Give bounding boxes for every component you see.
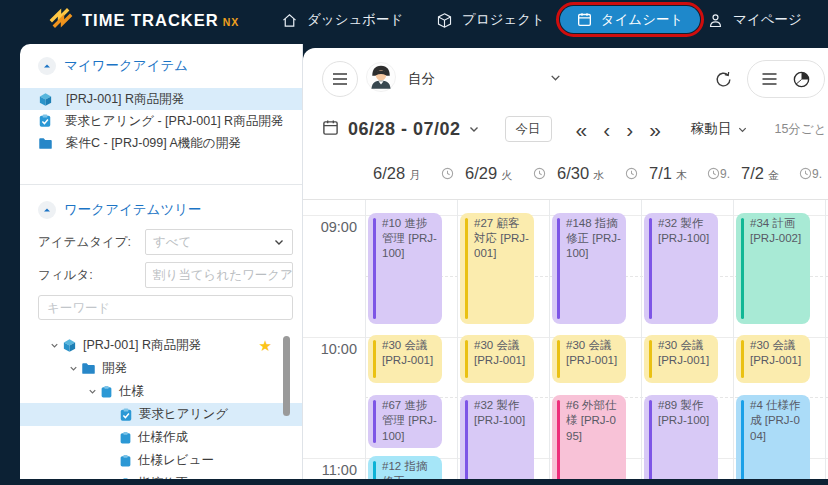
timesheet-panel: 自分 [303, 48, 828, 479]
item-type-label: アイテムタイプ: [38, 234, 145, 251]
calendar-event[interactable]: #30 会議 [PRJ-001] [644, 335, 718, 384]
tree-item[interactable]: 開発 [20, 357, 302, 380]
sidebar: マイワークアイテム [PRJ-001] R商品開発要求ヒアリング - [PRJ-… [20, 44, 303, 479]
calendar-event[interactable]: #27 顧客対応 [PRJ-001] [460, 213, 534, 324]
calendar-event[interactable]: #30 会議 [PRJ-001] [552, 335, 626, 384]
day-header-6/28[interactable]: 6/28月 [365, 148, 457, 199]
next-day-button[interactable]: › [618, 119, 641, 140]
clock-icon [625, 167, 638, 180]
event-title: #34 計画 [PRJ-002] [736, 213, 810, 246]
event-color-bar [649, 400, 652, 479]
tree-item[interactable]: [PRJ-001] R商品開発★ [20, 334, 302, 357]
next-week-button[interactable]: » [641, 119, 669, 140]
event-title: #30 会議 [PRJ-001] [552, 335, 626, 368]
interval-selector[interactable]: 15分ごと [774, 121, 826, 138]
tree-item[interactable]: 要求ヒアリング [20, 403, 302, 426]
tree-item[interactable]: 仕様レビュー [20, 449, 302, 472]
calendar-event[interactable]: #32 製作 [PRJ-100] [644, 213, 718, 324]
section-work-item-tree[interactable]: ワークアイテムツリー [38, 201, 202, 219]
day-header-7/1[interactable]: 7/1木9. [641, 148, 733, 199]
keyword-input[interactable] [38, 295, 293, 320]
tree-item-label: 仕様レビュー [138, 452, 214, 469]
calendar-grid: 09:0010:0011:00#10 進捗管理 [PRJ-100]#30 会議 … [303, 200, 828, 479]
calendar-event[interactable]: #148 指摘修正 [PRJ-100] [552, 213, 626, 324]
day-header-6/29[interactable]: 6/29火 [457, 148, 549, 199]
day-date: 6/30 [557, 164, 589, 183]
calendar-event[interactable]: #67 進捗管理 [PRJ-100] [368, 395, 442, 448]
calendar-event[interactable]: #34 計画 [PRJ-002] [736, 213, 810, 324]
item-type-select[interactable]: すべて [145, 229, 293, 255]
calendar-event[interactable]: #30 会議 [PRJ-001] [736, 335, 810, 384]
event-color-bar [741, 340, 744, 379]
work-item[interactable]: [PRJ-001] R商品開発 [20, 88, 302, 110]
event-title: #67 進捗管理 [PRJ-100] [368, 395, 442, 444]
day-date: 7/2 [741, 164, 764, 183]
nav-item-timesheet[interactable]: タイムシート [560, 6, 701, 33]
calendar-event[interactable]: #12 指摘修正 [368, 456, 442, 479]
event-color-bar [373, 461, 376, 479]
date-range-selector[interactable]: 06/28 - 07/02 [348, 119, 480, 140]
day-column-border [733, 200, 734, 479]
list-view-icon[interactable] [761, 72, 778, 86]
collapse-toggle-icon[interactable] [38, 57, 56, 75]
workday-selector[interactable]: 稼動日 [691, 120, 749, 138]
folder-icon [81, 362, 96, 375]
tree-item[interactable]: 仕様作成 [20, 426, 302, 449]
chevron-expand-icon[interactable] [84, 386, 100, 397]
tree-item-label: 仕様作成 [138, 429, 188, 446]
work-item[interactable]: 案件C - [PRJ-099] A機能の開発 [20, 132, 302, 154]
calendar-event[interactable]: #32 製作 [PRJ-100] [460, 395, 534, 479]
collapse-toggle-icon[interactable] [38, 201, 56, 219]
tree-item[interactable]: 指摘修正 [20, 472, 302, 479]
sidebar-scrollbar[interactable] [283, 336, 290, 416]
chevron-down-icon [737, 124, 748, 135]
day-header-6/30[interactable]: 6/30水 [549, 148, 641, 199]
day-header-7/2[interactable]: 7/2金9. [733, 148, 825, 199]
work-item[interactable]: 要求ヒアリング - [PRJ-001] R商品開発 [20, 110, 302, 132]
nav-item-3[interactable]: マイページ [707, 0, 802, 40]
person-icon [707, 12, 724, 29]
app-logo: TIME TRACKER NX [48, 0, 239, 40]
calendar-event[interactable]: #30 会議 [PRJ-001] [460, 335, 534, 384]
nav-item-0[interactable]: ダッシュボード [281, 0, 403, 40]
tree-item[interactable]: 仕様 [20, 380, 302, 403]
calendar-event[interactable]: #89 製作 [PRJ-100] [644, 395, 718, 479]
chevron-expand-icon[interactable] [46, 340, 62, 351]
refresh-icon[interactable] [714, 70, 733, 89]
day-date: 7/1 [649, 164, 672, 183]
event-color-bar [373, 400, 376, 443]
chevron-down-icon [549, 70, 562, 88]
event-title: #4 仕様作成 [PRJ-004] [736, 395, 810, 444]
section-title: マイワークアイテム [64, 57, 188, 75]
logo-zigzag-icon [48, 5, 74, 35]
tree-item-label: 要求ヒアリング [139, 406, 228, 423]
calendar-event[interactable]: #10 進捗管理 [PRJ-100] [368, 213, 442, 324]
my-work-items-list: [PRJ-001] R商品開発要求ヒアリング - [PRJ-001] R商品開発… [20, 88, 302, 154]
prev-week-button[interactable]: « [568, 119, 596, 140]
filter-select[interactable]: 割り当てられたワークア [145, 262, 293, 288]
nav-item-label: プロジェクト [462, 11, 545, 29]
section-my-work-items[interactable]: マイワークアイテム [38, 57, 188, 75]
nav-item-1[interactable]: プロジェクト [436, 0, 545, 40]
calendar-event[interactable]: #6 外部仕様 [PRJ-095] [552, 395, 626, 479]
star-icon[interactable]: ★ [259, 337, 272, 355]
date-navigation: 06/28 - 07/02 今日 « ‹ › » 稼動日 15分ごと [303, 110, 828, 148]
prev-day-button[interactable]: ‹ [595, 119, 618, 140]
home-icon [281, 12, 298, 29]
tree-item-label: 仕様 [119, 383, 144, 400]
tree-item-label: 開発 [102, 360, 127, 377]
pie-chart-icon[interactable] [792, 70, 811, 89]
calendar-event[interactable]: #4 仕様作成 [PRJ-004] [736, 395, 810, 479]
calendar-event[interactable]: #30 会議 [PRJ-001] [368, 335, 442, 384]
filter-label: フィルタ: [38, 267, 145, 284]
chevron-expand-icon[interactable] [65, 363, 81, 374]
today-button[interactable]: 今日 [505, 116, 552, 142]
event-title: #30 会議 [PRJ-001] [736, 335, 810, 368]
event-color-bar [373, 218, 376, 319]
menu-button[interactable] [322, 61, 358, 97]
date-arrows: « ‹ › » [568, 119, 669, 140]
event-color-bar [465, 400, 468, 479]
day-column-border [457, 200, 458, 479]
calendar-icon [577, 12, 592, 27]
user-selector[interactable]: 自分 [366, 62, 562, 96]
